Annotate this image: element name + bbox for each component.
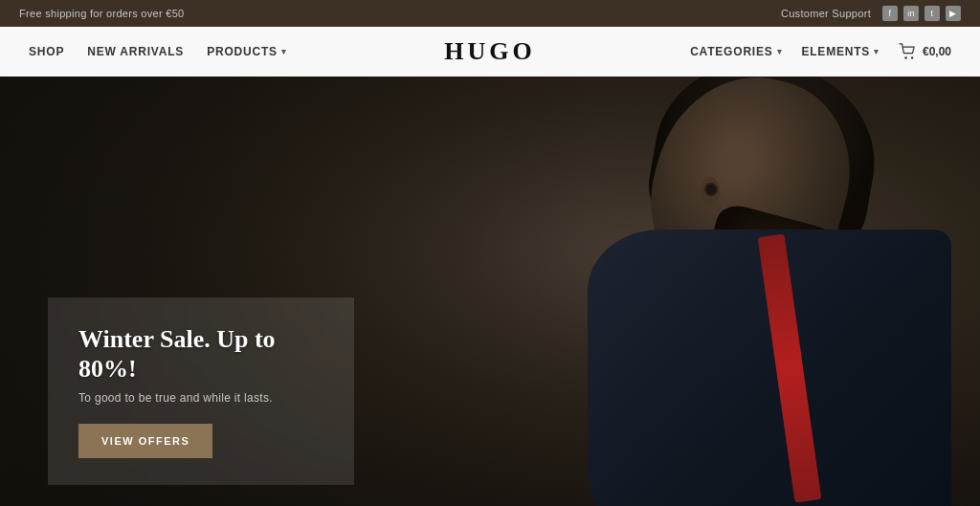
instagram-icon[interactable]: in [903, 6, 919, 21]
view-offers-button[interactable]: VIEW OFFERS [78, 424, 212, 458]
social-icons: f in t ▶ [882, 6, 961, 21]
top-bar: Free shipping for orders over €50 Custom… [0, 0, 980, 27]
nav-shop[interactable]: SHOP [29, 45, 64, 58]
elements-dropdown-arrow: ▾ [874, 47, 880, 56]
shipping-notice: Free shipping for orders over €50 [19, 8, 185, 19]
top-bar-right: Customer Support f in t ▶ [781, 6, 961, 21]
svg-point-0 [904, 56, 906, 58]
facebook-icon[interactable]: f [882, 6, 898, 21]
svg-point-1 [911, 56, 913, 58]
nav-products[interactable]: PRODUCTS ▾ [207, 45, 287, 58]
products-dropdown-arrow: ▾ [281, 47, 287, 56]
nav-left: SHOP NEW ARRIVALS PRODUCTS ▾ [29, 45, 287, 58]
cart-button[interactable]: €0,00 [899, 43, 951, 60]
site-logo[interactable]: HUGO [444, 37, 535, 66]
categories-dropdown-arrow: ▾ [777, 47, 783, 56]
nav-elements[interactable]: ELEMENTS ▾ [801, 45, 880, 58]
navbar: SHOP NEW ARRIVALS PRODUCTS ▾ HUGO CATEGO… [0, 27, 980, 77]
nav-categories-label: CATEGORIES [690, 45, 772, 58]
nav-products-label: PRODUCTS [207, 45, 278, 58]
youtube-icon[interactable]: ▶ [946, 6, 961, 21]
promo-box: Winter Sale. Up to 80%! To good to be tr… [48, 297, 354, 485]
twitter-icon[interactable]: t [924, 6, 940, 21]
nav-categories[interactable]: CATEGORIES ▾ [690, 45, 782, 58]
cart-icon [899, 43, 918, 60]
hero-section: Winter Sale. Up to 80%! To good to be tr… [0, 77, 980, 506]
promo-subtitle: To good to be true and while it lasts. [78, 391, 323, 405]
cart-price: €0,00 [923, 45, 951, 58]
customer-support-link[interactable]: Customer Support [781, 8, 871, 19]
nav-elements-label: ELEMENTS [801, 45, 870, 58]
nav-new-arrivals[interactable]: NEW ARRIVALS [87, 45, 184, 58]
promo-title: Winter Sale. Up to 80%! [78, 324, 323, 384]
nav-right: CATEGORIES ▾ ELEMENTS ▾ €0,00 [690, 43, 951, 60]
